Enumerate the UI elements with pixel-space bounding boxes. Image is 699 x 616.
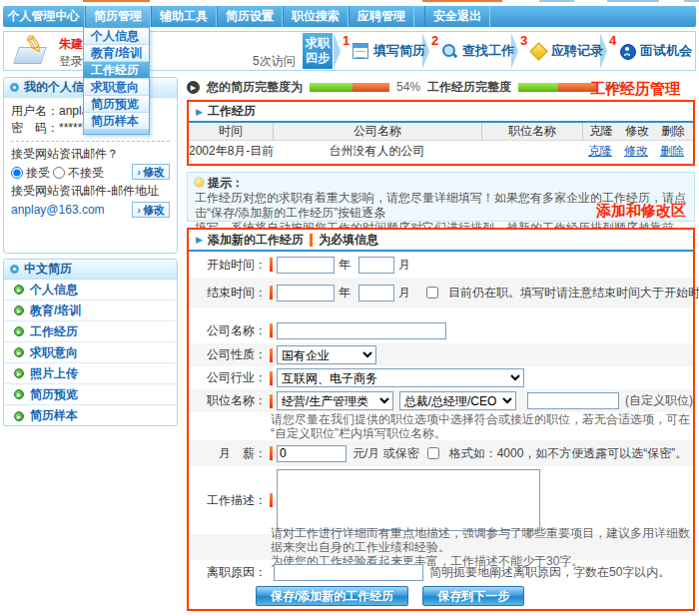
mail-radio-row: 接受 不接受 ›修改 [11, 163, 170, 183]
dropdown-footer [84, 130, 149, 134]
company-name-input[interactable] [277, 322, 446, 339]
salary-input[interactable] [277, 445, 347, 462]
nav-item-personal-center[interactable]: 个人管理中心 [3, 6, 85, 27]
mail-addr-row: anplay@163.com ›修改 [11, 200, 170, 220]
menu-item-work-experience[interactable]: 工作经历 [84, 62, 149, 79]
start-month-input[interactable] [358, 257, 394, 274]
modify-mail-addr-button[interactable]: ›修改 [132, 202, 170, 218]
annotation-work-experience-management: 工作经历管理 [590, 80, 680, 99]
reject-radio[interactable] [53, 167, 65, 179]
sidebar-item-education-training[interactable]: ▸教育/培训 [4, 301, 177, 321]
current-job-note: 目前仍在职。填写时请注意结束时间大于开始时间。 [448, 285, 699, 302]
tip-title: 提示： [208, 176, 244, 190]
magnifier-icon [441, 43, 457, 59]
step-label: 填写简历 [373, 42, 425, 60]
industry-select[interactable]: 互联网、电子商务 [277, 368, 524, 387]
step-number: 3 [520, 33, 527, 48]
mail-question: 接受网站资讯邮件？ [11, 146, 170, 163]
resign-reason-input[interactable] [274, 564, 423, 581]
nav-item-tools[interactable]: 辅助工具 [151, 6, 217, 27]
sidebar-item-job-intention[interactable]: ▸求职意向 [4, 342, 177, 363]
step-application-record[interactable]: 3 应聘记录 [519, 33, 599, 69]
required-marker-icon [270, 348, 273, 362]
required-marker-icon [270, 493, 273, 507]
sidebar-item-work-experience[interactable]: ▸工作经历 [4, 321, 177, 342]
custom-position-input[interactable] [527, 392, 619, 409]
top-nav: 个人管理中心 简历管理 辅助工具 简历设置 职位搜索 应聘管理 安全退出 [3, 6, 696, 27]
delete-link[interactable]: 删除 [660, 144, 684, 158]
button-row: 保存/添加新的工作经历 保存到下一步 [189, 584, 693, 608]
company-name-row: 公司名称： [189, 317, 693, 343]
position-row: 职位名称： 经营/生产管理类 总裁/总经理/CEO (自定义职位) [189, 389, 693, 412]
triangle-icon: ▶ [196, 235, 203, 245]
sidebar-item-photo-upload[interactable]: ▸照片上传 [4, 363, 177, 384]
nav-item-resume-settings[interactable]: 简历设置 [217, 6, 283, 27]
chevron-right-icon [334, 33, 341, 69]
sidebar-item-resume-preview[interactable]: ▸简历预览 [4, 384, 177, 405]
save-add-button[interactable]: 保存/添加新的工作经历 [256, 586, 408, 606]
menu-item-education-training[interactable]: 教育/培训 [84, 45, 149, 62]
job-description-textarea[interactable] [277, 469, 540, 531]
start-time-row: 开始时间： 年 月 [189, 252, 693, 278]
annotation-add-modify-area: 添加和修改区 [596, 202, 686, 221]
arrow-icon: › [137, 166, 141, 178]
required-marker-icon [270, 394, 273, 408]
menu-item-job-intention[interactable]: 求职意向 [84, 79, 149, 96]
table-header: 时间 公司名称 职位名称 克隆 修改 删除 [189, 123, 693, 141]
step-label: 面试机会 [640, 42, 692, 60]
end-year-input[interactable] [277, 285, 335, 302]
industry-row: 公司行业： 互联网、电子商务 [189, 366, 693, 389]
sidebar-item-resume-sample[interactable]: ▸简历样本 [4, 405, 177, 426]
menu-item-resume-preview[interactable]: 简历预览 [84, 96, 149, 113]
step-label: 查找工作 [462, 42, 514, 60]
step-label: 应聘记录 [551, 42, 603, 60]
circle-icon [10, 83, 19, 92]
resign-note: 简明扼要地阐述离职原因，字数在50字以内。 [429, 564, 670, 581]
position-category-select[interactable]: 经营/生产管理类 [277, 391, 393, 410]
completeness-row: ▶ 您的简历完整度为 54% 工作经历完整度 50% [187, 80, 629, 94]
modify-link[interactable]: 修改 [624, 144, 648, 158]
visit-count-text: 5次访问 [253, 53, 296, 70]
sidebar-item-personal-info[interactable]: ▸个人信息 [4, 280, 177, 301]
step-number: 1 [343, 33, 350, 48]
position-helper: 请您尽量在我们提供的职位选项中选择符合或接近的职位，若无合适选项，可在 “自定义… [189, 412, 693, 440]
arrow-circle-icon: ▶ [187, 81, 200, 94]
accept-radio[interactable] [11, 167, 23, 179]
step-interview-chance[interactable]: 4 面试机会 [608, 33, 688, 69]
col-time: 时间 [189, 123, 273, 140]
nav-item-application-management[interactable]: 应聘管理 [349, 6, 414, 27]
start-year-input[interactable] [277, 257, 335, 274]
cell-time: 2002年8月-目前 [189, 143, 273, 160]
company-nature-select[interactable]: 国有企业 [277, 345, 376, 364]
triangle-icon: ▶ [196, 107, 203, 117]
top-tick [607, 0, 659, 2]
resume-completeness-pct: 54% [396, 80, 420, 94]
modify-mail-pref-button[interactable]: ›修改 [132, 164, 170, 180]
green-bullet-icon: ▸ [14, 411, 24, 421]
spacer [189, 308, 693, 317]
required-marker-icon [310, 234, 313, 247]
divider [11, 141, 170, 142]
position-select[interactable]: 总裁/总经理/CEO [399, 391, 516, 410]
step-fill-resume[interactable]: 1 填写简历 [342, 33, 421, 69]
work-completeness-label: 工作经历完整度 [427, 79, 511, 96]
step-find-job[interactable]: 2 查找工作 [430, 33, 510, 69]
person-icon [619, 43, 635, 59]
end-month-input[interactable] [358, 285, 394, 302]
salary-unit: 元/月 或保密 [352, 445, 419, 462]
current-job-checkbox[interactable] [426, 287, 438, 299]
cell-actions: 克隆 修改 删除 [582, 143, 692, 160]
save-next-button[interactable]: 保存到下一步 [422, 586, 524, 606]
work-experience-box: ▶ 工作经历 时间 公司名称 职位名称 克隆 修改 删除 2002年8月-目前 … [187, 100, 695, 166]
nav-item-resume-management[interactable]: 简历管理 [85, 6, 151, 27]
mail-addr-value: anplay@163.com [11, 203, 105, 217]
nav-item-logout[interactable]: 安全退出 [424, 6, 490, 27]
green-bullet-icon: ▸ [14, 285, 24, 295]
nav-item-job-search[interactable]: 职位搜索 [283, 6, 349, 27]
clone-link[interactable]: 克隆 [588, 144, 612, 158]
green-bullet-icon: ▸ [14, 306, 24, 315]
menu-item-personal-info[interactable]: 个人信息 [84, 28, 149, 45]
menu-item-resume-sample[interactable]: 简历样本 [84, 113, 149, 130]
col-company: 公司名称 [273, 123, 481, 140]
salary-secret-checkbox[interactable] [427, 447, 439, 459]
